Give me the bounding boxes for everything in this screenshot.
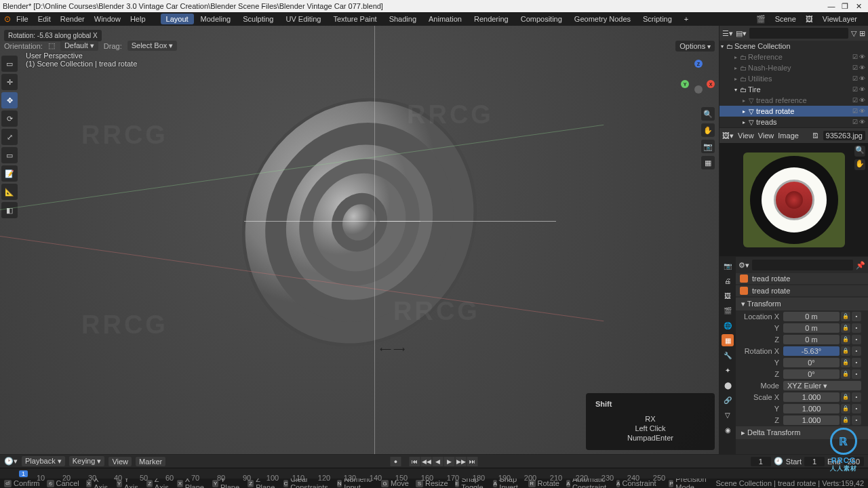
props-tab-material[interactable]: ◉ (722, 424, 734, 436)
props-tab-modifiers[interactable]: 🔧 (722, 349, 734, 361)
camera-icon[interactable]: 📷 (701, 140, 715, 153)
outliner-item[interactable]: ▸▽treads☑👁 (719, 117, 868, 127)
transform-panel-header[interactable]: ▾ Transform (736, 298, 868, 310)
keyframe-dot-icon[interactable]: • (852, 312, 861, 321)
scale-x-field[interactable]: 1.000 (783, 392, 840, 402)
props-pin-icon[interactable]: 📌 (856, 261, 865, 270)
props-tab-scene[interactable]: 🎬 (722, 304, 734, 317)
pan-icon[interactable]: ✋ (701, 123, 715, 137)
workspace-tab-geometrynodes[interactable]: Geometry Nodes (569, 14, 636, 24)
lock-icon[interactable]: 🔒 (841, 335, 850, 344)
timeline-editor-type-icon[interactable]: 🕑▾ (4, 457, 18, 466)
play-button[interactable]: ▶ (444, 457, 455, 466)
workspace-tab-uvediting[interactable]: UV Editing (280, 14, 326, 24)
keyframe-dot-icon[interactable]: • (852, 369, 861, 379)
outliner-item[interactable]: ▸🗀Utilities☑👁 (719, 73, 868, 84)
workspace-tab-rendering[interactable]: Rendering (469, 14, 514, 24)
props-tab-object[interactable]: ▦ (722, 334, 734, 346)
scene-selector[interactable]: Scene (768, 14, 803, 24)
lock-icon[interactable]: 🔒 (841, 369, 850, 379)
imgview-menu-image[interactable]: Image (778, 131, 799, 140)
window-maximize-button[interactable]: ❐ (838, 2, 852, 11)
lock-icon[interactable]: 🔒 (841, 392, 850, 402)
lock-icon[interactable]: 🔒 (841, 312, 850, 321)
imgview-menu-view[interactable]: View (738, 131, 754, 140)
timeline-menu-view[interactable]: View (108, 457, 132, 466)
menu-edit[interactable]: Edit (34, 14, 55, 24)
outliner-item[interactable]: ▾🗀Tire☑👁 (719, 84, 868, 95)
keyframe-dot-icon[interactable]: • (852, 392, 861, 402)
outliner-mode-icon[interactable]: ☰▾ (722, 29, 733, 38)
workspace-tab-texturepaint[interactable]: Texture Paint (328, 14, 382, 24)
keyframe-dot-icon[interactable]: • (852, 323, 861, 333)
autokey-toggle[interactable]: ● (391, 457, 401, 466)
outliner-filter-icon[interactable]: ▤▾ (736, 29, 747, 38)
timeline-menu-playback[interactable]: Playback ▾ (22, 456, 65, 466)
tool-annotate[interactable]: 📝 (1, 165, 18, 182)
tool-cursor[interactable]: ✛ (1, 74, 18, 90)
props-tab-constraints[interactable]: 🔗 (722, 394, 734, 406)
rotation-z-field[interactable]: 0° (783, 369, 840, 379)
rotation-mode-dropdown[interactable]: XYZ Euler ▾ (783, 381, 861, 390)
rotation-y-field[interactable]: 0° (783, 358, 840, 367)
img-zoom-icon[interactable]: 🔍 (854, 146, 865, 157)
location-y-field[interactable]: 0 m (783, 323, 840, 333)
workspace-tab-compositing[interactable]: Compositing (515, 14, 568, 24)
new-collection-icon[interactable]: ⊞ (859, 29, 865, 38)
viewport-options-dropdown[interactable]: Options ▾ (675, 41, 715, 52)
lock-icon[interactable]: 🔒 (841, 346, 850, 356)
timeline-menu-keying[interactable]: Keying ▾ (69, 456, 105, 466)
keyframe-dot-icon[interactable]: • (852, 335, 861, 344)
filter-icon[interactable]: ▽ (851, 29, 856, 38)
keyframe-dot-icon[interactable]: • (852, 346, 861, 356)
tool-scale[interactable]: ⤢ (1, 129, 18, 145)
outliner-item[interactable]: ▸▽tread reference☑👁 (719, 95, 868, 106)
outliner-item[interactable]: ▸🗀Nash-Healey☑👁 (719, 62, 868, 73)
props-tab-world[interactable]: 🌐 (722, 319, 734, 331)
timeline-ruler[interactable]: 1 10203040506070809010011012013014015016… (0, 468, 868, 479)
scale-z-field[interactable]: 1.000 (783, 415, 840, 425)
workspace-tab-modeling[interactable]: Modeling (195, 14, 237, 24)
workspace-tab-layout[interactable]: Layout (161, 14, 194, 24)
props-tab-physics[interactable]: ⬤ (722, 379, 734, 391)
menu-window[interactable]: Window (90, 14, 125, 24)
tool-add-cube[interactable]: ◧ (1, 202, 18, 218)
workspace-add-button[interactable]: + (679, 14, 694, 24)
props-tab-particles[interactable]: ✦ (722, 364, 734, 376)
playhead[interactable]: 1 (19, 470, 28, 477)
scale-y-field[interactable]: 1.000 (783, 404, 840, 413)
current-frame-field[interactable]: 1 (751, 457, 771, 466)
gizmo-neg-z[interactable] (694, 85, 703, 94)
grid-icon[interactable]: ▦ (701, 156, 715, 169)
image-filename[interactable]: 935263.jpg (823, 131, 865, 140)
props-tab-output[interactable]: 🖨 (722, 274, 734, 287)
jump-start-button[interactable]: ⏮ (410, 457, 420, 466)
lock-icon[interactable]: 🔒 (841, 323, 850, 333)
play-reverse-button[interactable]: ◀ (433, 457, 443, 466)
breadcrumb-data[interactable]: tread rotate (752, 287, 790, 295)
imgview-menu-view2[interactable]: View (758, 131, 774, 140)
editor-type-icon[interactable]: 🖼▾ (722, 131, 734, 140)
window-minimize-button[interactable]: — (825, 2, 838, 10)
workspace-tab-sculpting[interactable]: Sculpting (237, 14, 279, 24)
keyframe-dot-icon[interactable]: • (852, 358, 861, 367)
tool-measure[interactable]: 📐 (1, 184, 18, 200)
breadcrumb-object[interactable]: tread rotate (752, 274, 790, 283)
preview-range-icon[interactable]: 🕘 (774, 457, 783, 466)
location-z-field[interactable]: 0 m (783, 335, 840, 344)
keyframe-next-button[interactable]: ▶▶ (456, 457, 467, 466)
img-pan-icon[interactable]: ✋ (854, 159, 865, 170)
nav-gizmo[interactable]: X Y Z (681, 60, 715, 94)
tool-select-box[interactable]: ▭ (1, 56, 18, 72)
lock-icon[interactable]: 🔒 (841, 404, 850, 413)
props-tab-viewlayer[interactable]: 🖼 (722, 289, 734, 302)
zoom-icon[interactable]: 🔍 (701, 107, 715, 121)
keyframe-dot-icon[interactable]: • (852, 415, 861, 425)
tool-rotate[interactable]: ⟳ (1, 110, 18, 127)
menu-render[interactable]: Render (56, 14, 89, 24)
outliner-item[interactable]: ▸🗀Reference☑👁 (719, 52, 868, 62)
workspace-tab-scripting[interactable]: Scripting (637, 14, 677, 24)
props-tab-data[interactable]: ▽ (722, 409, 734, 421)
props-tab-render[interactable]: 📷 (722, 260, 734, 272)
tool-transform[interactable]: ▭ (1, 147, 18, 163)
